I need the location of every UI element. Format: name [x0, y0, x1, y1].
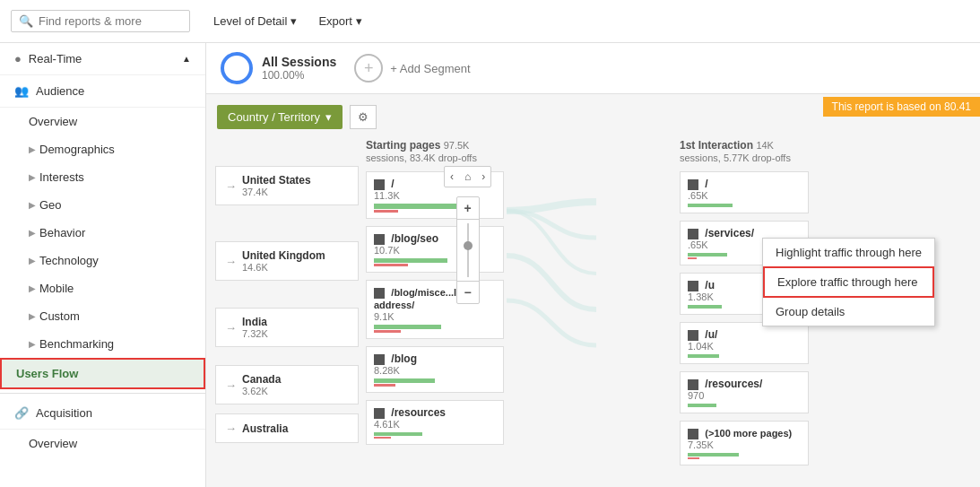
export-chevron: ▾: [356, 14, 362, 28]
country-uk-name: United Kingdom: [242, 249, 325, 262]
page-bar-green-res: [374, 432, 422, 436]
fi-bar-root: [688, 204, 733, 207]
fi-name-more: (>100 more pages): [705, 428, 792, 439]
country-node-india[interactable]: → India 7.32K: [215, 308, 359, 347]
context-menu-explore[interactable]: Explore traffic through here: [763, 266, 934, 298]
country-node-us[interactable]: → United States 37.4K: [215, 166, 359, 205]
nav-arrows: ‹ ⌂ ›: [444, 166, 491, 187]
sidebar-item-geo[interactable]: ▶ Geo: [0, 191, 205, 219]
audience-icon: 👥: [14, 84, 29, 98]
gear-icon: ⚙: [358, 110, 369, 124]
sidebar-item-usersflow[interactable]: Users Flow: [0, 358, 205, 389]
sidebar-item-behavior[interactable]: ▶ Behavior: [0, 219, 205, 247]
page-icon-blog: [374, 354, 385, 365]
geo-arrow: ▶: [29, 200, 36, 210]
realtime-chevron: ▲: [182, 54, 191, 64]
sidebar-item-acquisition[interactable]: 🔗 Acquisition: [0, 397, 205, 430]
country-australia-name: Australia: [242, 422, 288, 435]
fi-node-more[interactable]: (>100 more pages) 7.35K: [680, 421, 809, 465]
fi-bar-resources: [688, 404, 716, 407]
fi-name-root: /: [705, 178, 707, 190]
realtime-icon: ●: [14, 52, 22, 65]
country-node-australia[interactable]: → Australia: [215, 413, 359, 443]
arrow-icon-australia: →: [225, 422, 237, 435]
zoom-out-button[interactable]: −: [457, 282, 479, 303]
fi-bar-red-more: [688, 457, 699, 459]
audience-label: Audience: [36, 84, 84, 98]
context-menu-highlight[interactable]: Highlight traffic through here: [763, 239, 934, 266]
sidebar-item-custom[interactable]: ▶ Custom: [0, 302, 205, 330]
fi-node-resources[interactable]: /resources/ 970: [680, 371, 809, 413]
nav-left-button[interactable]: ‹: [445, 167, 459, 187]
page-name-blog: /blog: [391, 352, 417, 365]
page-bar-red-blog: [374, 384, 395, 387]
country-india-count: 7.32K: [242, 328, 268, 339]
arrow-icon-india: →: [225, 321, 237, 335]
sidebar-item-technology[interactable]: ▶ Technology: [0, 247, 205, 274]
all-sessions-segment[interactable]: All Sessions 100.00%: [221, 52, 336, 84]
acquisition-icon: 🔗: [14, 406, 29, 420]
usersflow-label: Users Flow: [16, 367, 78, 380]
search-box[interactable]: 🔍: [11, 10, 190, 32]
page-icon-seo: [374, 234, 385, 245]
country-node-canada[interactable]: → Canada 3.62K: [215, 365, 359, 404]
sidebar-item-mobile[interactable]: ▶ Mobile: [0, 274, 205, 302]
country-canada-count: 3.62K: [242, 386, 281, 396]
sidebar-item-acq-overview[interactable]: Overview: [0, 430, 205, 457]
custom-arrow: ▶: [29, 311, 36, 321]
country-us-count: 37.4K: [242, 187, 311, 197]
context-explore-label: Explore traffic through here: [777, 275, 918, 289]
sidebar-item-demographics[interactable]: ▶ Demographics: [0, 135, 205, 163]
country-node-uk[interactable]: → United Kingdom 14.6K: [215, 241, 359, 281]
fi-name-resources: /resources/: [705, 378, 762, 390]
overview-label: Overview: [29, 115, 77, 128]
zoom-in-button[interactable]: +: [457, 197, 479, 219]
sidebar-item-interests[interactable]: ▶ Interests: [0, 163, 205, 191]
fi-bar-u1: [688, 305, 722, 309]
search-input[interactable]: [39, 14, 182, 28]
sidebar-item-benchmarking[interactable]: ▶ Benchmarking: [0, 330, 205, 358]
nav-right-button[interactable]: ›: [476, 167, 490, 187]
fi-icon-u1: [688, 281, 698, 291]
zoom-handle[interactable]: [464, 241, 473, 250]
fi-bar-services: [688, 253, 727, 257]
country-dropdown-button[interactable]: Country / Territory ▾: [217, 105, 343, 129]
mobile-label: Mobile: [39, 282, 74, 295]
level-detail-label: Level of Detail: [213, 14, 287, 28]
sidebar-item-audience[interactable]: 👥 Audience: [0, 75, 205, 108]
starting-pages-title: Starting pages: [366, 139, 440, 152]
context-menu-group[interactable]: Group details: [763, 298, 934, 326]
page-name-seo: /blog/seo: [391, 232, 438, 245]
page-name-resources: /resources: [391, 406, 446, 419]
starting-pages-header: Starting pages 97.5K sessions, 83.4K dro…: [366, 139, 504, 164]
benchmarking-label: Benchmarking: [39, 337, 114, 351]
nav-home-button[interactable]: ⌂: [459, 167, 476, 187]
page-count-blog: 8.28K: [374, 365, 496, 376]
add-segment-button[interactable]: + + Add Segment: [354, 54, 470, 83]
fi-bar-red-services: [688, 257, 697, 259]
page-node-resources[interactable]: /resources 4.61K: [366, 400, 504, 445]
sidebar-divider: [0, 393, 205, 394]
level-detail-area: Level of Detail ▾ Export ▾: [208, 11, 368, 31]
fi-icon-resources: [688, 379, 698, 390]
segment-circle: [221, 52, 253, 84]
fi-name-u1: /u: [705, 279, 715, 291]
fi-node-root[interactable]: / .65K: [680, 171, 809, 213]
top-bar: 🔍 Level of Detail ▾ Export ▾: [0, 0, 980, 43]
arrow-icon: →: [225, 179, 237, 193]
country-dropdown-chevron: ▾: [325, 110, 332, 124]
level-detail-button[interactable]: Level of Detail ▾: [208, 11, 302, 31]
demographics-arrow: ▶: [29, 144, 36, 154]
sidebar-item-realtime[interactable]: ● Real-Time ▲: [0, 43, 205, 75]
behavior-label: Behavior: [39, 226, 85, 239]
flow-toolbar: Country / Territory ▾ ⚙: [217, 105, 980, 129]
gear-button[interactable]: ⚙: [350, 105, 377, 129]
first-interaction-title: 1st Interaction: [680, 139, 753, 152]
sidebar-item-overview[interactable]: Overview: [0, 108, 205, 135]
export-button[interactable]: Export ▾: [313, 11, 368, 31]
fi-node-u2[interactable]: /u/ 1.04K: [680, 322, 809, 364]
fi-icon-u2: [688, 330, 698, 341]
fi-icon-more: [688, 429, 698, 439]
page-node-blog[interactable]: /blog 8.28K: [366, 346, 504, 393]
benchmarking-arrow: ▶: [29, 339, 36, 349]
